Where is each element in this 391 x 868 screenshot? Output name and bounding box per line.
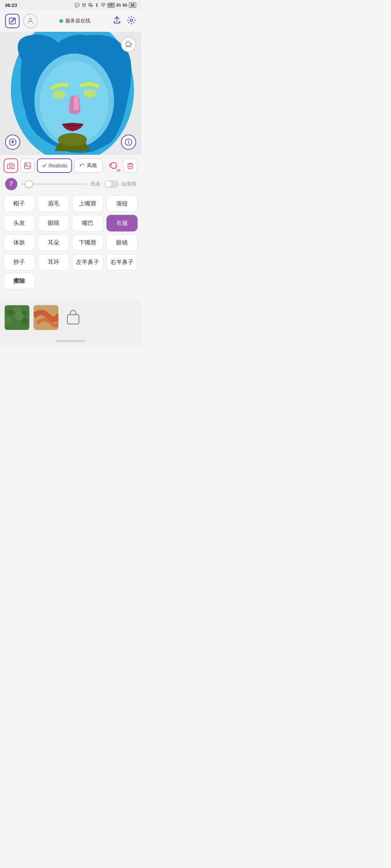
settings-button[interactable] [127,16,136,26]
share-button[interactable] [112,16,122,26]
spacer [0,292,141,299]
hd2-badge: HD [108,3,115,8]
undo-count: 16 [117,169,120,172]
label-btn-necklace[interactable]: 项链 [106,195,138,212]
label-btn-eye[interactable]: 眼睛 [38,215,70,231]
delete-icon [126,162,134,170]
svg-rect-36 [67,315,79,324]
svg-point-12 [52,90,66,99]
realistic-button[interactable]: Realistic [37,158,72,173]
user-button[interactable] [23,14,38,28]
server-status-dot [59,19,63,23]
camera-icon [7,162,15,170]
svg-point-21 [9,165,12,167]
label-btn-mouth[interactable]: 嘴巴 [72,215,104,231]
label-btn-glasses[interactable]: 眼镜 [106,234,138,251]
svg-rect-14 [74,96,79,110]
label-btn-skin[interactable]: 体肤 [4,234,35,251]
image-icon [24,162,31,170]
undo-button[interactable]: 16 [105,158,121,173]
share-icon [112,16,122,25]
erase-row: 擦除 [0,273,141,292]
style-icon [80,163,85,169]
signal-5g: 5G [122,3,127,7]
svg-rect-22 [25,163,31,169]
svg-point-32 [15,312,24,320]
coffee-button[interactable] [121,37,136,52]
svg-point-23 [26,164,27,165]
wifi-icon [100,3,106,8]
style-button[interactable]: 风格 [74,158,103,173]
style-label: 风格 [87,162,97,169]
label-btn-neck[interactable]: 脖子 [4,254,35,271]
toolbar-center: 服务器在线 [59,18,91,24]
camera-button[interactable] [4,158,18,173]
svg-point-6 [29,18,31,21]
upload-icon [9,138,17,146]
edit-icon [8,17,16,25]
label-btn-hat[interactable]: 帽子 [4,195,35,212]
svg-rect-17 [126,43,131,46]
svg-point-29 [5,316,12,323]
svg-point-13 [83,89,96,98]
upload-button[interactable] [5,135,20,150]
erase-button[interactable]: 擦除 [4,273,35,289]
check-icon [41,163,47,169]
bell-off-icon [88,3,93,8]
brush-slider[interactable] [21,183,87,185]
wechat-icon [74,2,80,8]
drawing-canvas[interactable] [0,32,141,155]
bucket-toggle-area: 油漆桶 [104,180,136,188]
svg-point-7 [130,19,133,22]
delete-button[interactable] [123,158,138,173]
svg-point-1 [77,5,78,5]
gallery-thumb-1[interactable] [4,305,30,330]
info-icon [125,138,133,146]
gallery-strip [0,299,141,336]
bag-button[interactable] [62,307,84,328]
slider-row: 7 线条 油漆桶 [0,176,141,193]
slider-thumb[interactable] [25,180,33,188]
edit-button[interactable] [5,14,20,28]
label-btn-upper-lip[interactable]: 上嘴唇 [72,195,104,212]
svg-rect-5 [9,18,16,24]
signal-2g: 2G [116,3,121,7]
bag-icon [64,309,82,326]
label-btn-lower-lip[interactable]: 下嘴唇 [72,234,104,251]
label-btn-hair[interactable]: 头发 [4,215,35,231]
svg-point-26 [7,310,13,315]
canvas-area[interactable] [0,32,141,155]
brush-size-badge: 7 [5,178,17,190]
svg-rect-24 [128,164,133,169]
toolbar-right [112,16,136,26]
label-grid: 帽子眉毛上嘴唇项链头发眼睛嘴巴衣服体肤耳朵下嘴唇眼镜脖子耳环左半鼻子右半鼻子 [0,193,141,273]
alarm-icon [81,3,87,8]
toggle-knob [105,181,112,187]
bucket-toggle[interactable] [104,180,119,188]
home-indicator [56,340,85,342]
label-btn-eyebrow[interactable]: 眉毛 [38,195,70,212]
status-bar: 06:23 HD [0,0,141,10]
action-toolbar: Realistic 风格 16 [0,155,141,176]
status-time: 06:23 [5,3,17,8]
label-btn-clothes[interactable]: 衣服 [106,215,138,231]
bottom-bar [0,336,141,346]
image-button[interactable] [20,158,35,173]
svg-point-4 [103,7,103,7]
status-icons: HD 2G 5G 36 [74,2,136,8]
label-btn-left-nose[interactable]: 左半鼻子 [72,254,104,271]
label-btn-earring[interactable]: 耳环 [38,254,70,271]
gallery-thumb-2[interactable] [33,305,59,330]
svg-point-0 [76,5,77,5]
gallery-thumb-2-img [34,305,59,330]
line-label: 线条 [91,181,101,187]
svg-point-15 [58,133,87,146]
battery-icon: 36 [129,3,136,8]
toolbar-left [5,14,38,28]
bucket-label: 油漆桶 [121,181,136,187]
gallery-thumb-1-img [5,305,30,330]
user-icon [26,17,34,25]
label-btn-ear[interactable]: 耳朵 [38,234,70,251]
label-btn-right-nose[interactable]: 右半鼻子 [106,254,138,271]
info-button[interactable] [121,135,136,150]
